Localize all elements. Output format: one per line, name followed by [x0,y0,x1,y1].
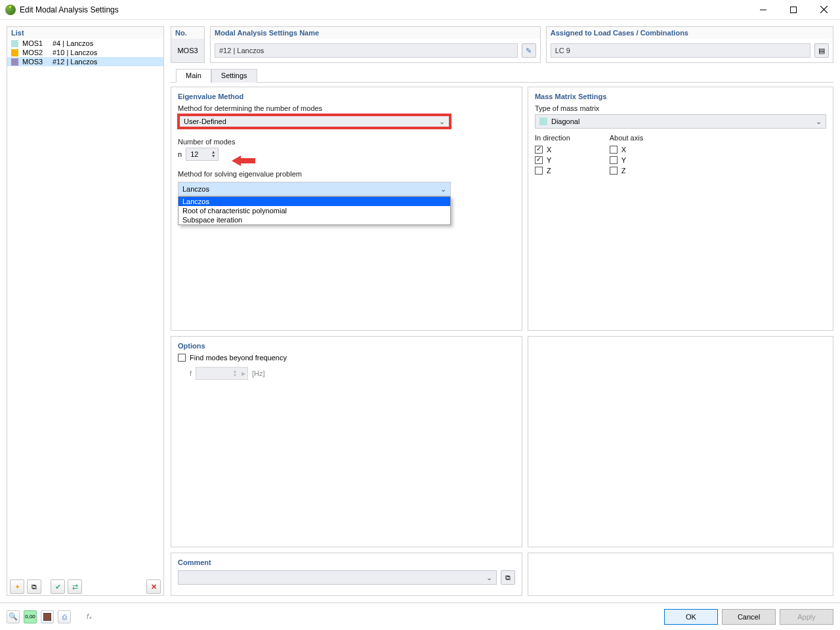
check-icon: ✔ [55,583,61,591]
edit-name-button[interactable]: ✎ [522,43,536,58]
solver-option[interactable]: Lanczos [178,197,450,206]
axis-y-checkbox[interactable]: Y [610,156,643,164]
modes-value: 12 [190,150,198,158]
chevron-down-icon: ⌄ [440,185,446,194]
window-title: Edit Modal Analysis Settings [20,5,748,14]
dir-z-checkbox[interactable]: Z [535,167,570,175]
header-grid: No. MOS3 Modal Analysis Settings Name #1… [171,26,833,63]
checkbox-box [178,354,186,362]
minimize-button[interactable] [748,0,778,20]
delete-icon: ✕ [151,583,157,591]
mass-title: Mass Matrix Settings [535,93,826,100]
chevron-down-icon: ⌄ [486,574,492,582]
chevron-down-icon: ⌄ [439,117,445,126]
play-icon: ▶ [242,371,245,377]
comment-panel: Comment ⌄ ⧉ [171,553,522,596]
name-label: Modal Analysis Settings Name [211,27,540,39]
list-item-code: MOS1 [22,39,49,47]
units-button[interactable]: 0,00 [24,610,37,623]
list-item[interactable]: MOS2 #10 | Lanczos [7,48,163,57]
copy-button[interactable]: ⧉ [27,579,41,594]
list-item[interactable]: MOS1 #4 | Lanczos [7,39,163,48]
color-swatch [43,613,51,621]
axis-z-checkbox[interactable]: Z [610,167,643,175]
copy-icon: ⧉ [505,574,511,582]
modes-input[interactable]: 12 ▲▼ [186,148,219,161]
tab-strip: Main Settings [171,68,833,83]
checkbox-box [610,156,618,164]
list-item-code: MOS2 [22,49,49,56]
no-cell: No. MOS3 [171,26,205,63]
annotation-arrow [232,154,255,167]
freq-unit: [Hz] [252,369,265,377]
checkbox-box [610,146,618,154]
units-label: 0,00 [25,614,35,620]
delete-button[interactable]: ✕ [146,579,161,594]
maximize-button[interactable] [778,0,808,20]
app-icon [5,5,16,15]
color-button[interactable] [41,610,54,623]
color-swatch [539,117,547,125]
check-button[interactable]: ✔ [51,579,65,594]
list-item-name: #12 | Lanczos [52,58,97,66]
axis-x-checkbox[interactable]: X [610,146,643,154]
no-value: MOS3 [171,39,204,62]
options-panel: Options Find modes beyond frequency f ▲▼… [171,336,522,547]
close-icon [820,6,828,13]
cancel-button[interactable]: Cancel [722,609,776,625]
comment-title: Comment [178,558,515,566]
comment-browse-button[interactable]: ⧉ [501,570,515,585]
list-item-name: #4 | Lanczos [52,39,93,47]
new-button[interactable]: ✦ [10,579,24,594]
list-item[interactable]: MOS3 #12 | Lanczos [7,57,163,66]
assigned-input[interactable]: LC 9 [551,43,810,58]
direction-label: In direction [535,134,570,142]
tab-settings[interactable]: Settings [211,69,257,83]
list-item-code: MOS3 [22,58,49,66]
list-item-name: #10 | Lanczos [52,49,97,56]
dir-x-checkbox[interactable]: X [535,146,570,154]
options-title: Options [178,342,515,350]
dir-y-checkbox[interactable]: Y [535,156,570,164]
checkbox-box [535,156,543,164]
mass-type-value: Diagonal [551,117,579,125]
comment-select[interactable]: ⌄ [178,570,497,585]
mass-matrix-panel: Mass Matrix Settings Type of mass matrix… [528,87,833,331]
axis-label: About axis [610,134,643,142]
list-toolbar: ✦ ⧉ ✔ ⇄ ✕ [7,578,163,595]
spinner-arrows[interactable]: ▲▼ [210,148,217,160]
assigned-browse-button[interactable]: ▤ [814,43,829,58]
list-body[interactable]: MOS1 #4 | Lanczos MOS2 #10 | Lanczos MOS… [7,39,163,578]
new-icon: ✦ [14,583,20,591]
function-icon: fₓ [87,612,92,621]
tab-main[interactable]: Main [176,69,211,83]
side-spacer-panel-2 [528,553,833,596]
check-all-button[interactable]: ⇄ [68,579,82,594]
pencil-icon: ✎ [526,47,532,55]
freq-input: ▲▼ ▶ [196,367,248,380]
method-select[interactable]: User-Defined ⌄ [178,114,451,129]
ok-button[interactable]: OK [664,609,718,625]
solver-select[interactable]: Lanczos ⌄ [178,182,451,196]
search-icon: 🔍 [9,612,18,621]
list-icon: ▤ [818,47,825,55]
beyond-frequency-checkbox[interactable]: Find modes beyond frequency [178,354,515,362]
footer: 🔍 0,00 ⎙ fₓ OK Cancel Apply [0,602,840,630]
assigned-cell: Assigned to Load Cases / Combinations LC… [546,26,833,63]
mass-type-select[interactable]: Diagonal ⌄ [535,114,826,129]
chevron-down-icon: ⌄ [816,117,822,126]
svg-rect-1 [791,7,797,12]
solver-option[interactable]: Root of characteristic polynomial [178,206,450,215]
close-button[interactable] [808,0,839,20]
solver-options-list: Lanczos Root of characteristic polynomia… [178,196,451,225]
modes-count-label: Number of modes [178,138,515,146]
apply-button[interactable]: Apply [780,609,833,625]
layers-button[interactable]: ⎙ [58,610,71,623]
checkbox-box [535,167,543,175]
search-button[interactable]: 🔍 [7,610,20,623]
name-input[interactable]: #12 | Lanczos [215,43,518,58]
function-button[interactable]: fₓ [83,610,96,623]
assigned-label: Assigned to Load Cases / Combinations [547,27,833,39]
copy-icon: ⧉ [32,583,37,591]
solver-option[interactable]: Subspace iteration [178,215,450,224]
